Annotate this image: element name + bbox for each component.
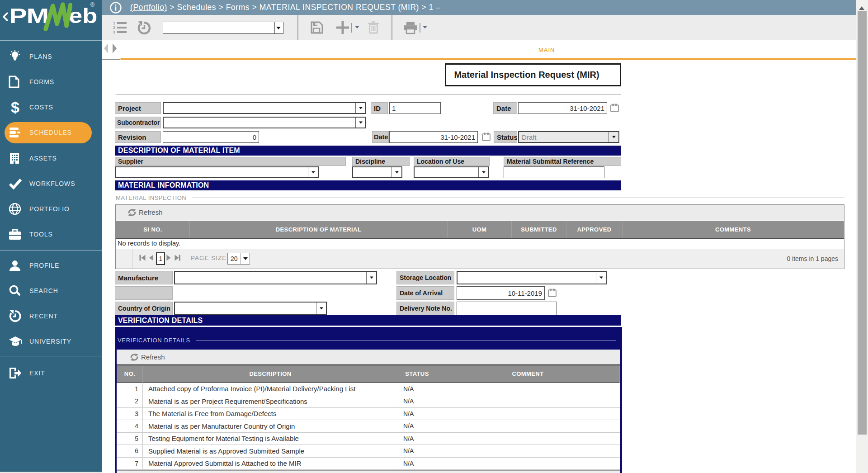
svg-text:1: 1 [113,21,115,25]
svg-text:1: 1 [159,255,163,262]
svg-text:2: 2 [113,25,115,30]
svg-text:3: 3 [113,30,115,34]
